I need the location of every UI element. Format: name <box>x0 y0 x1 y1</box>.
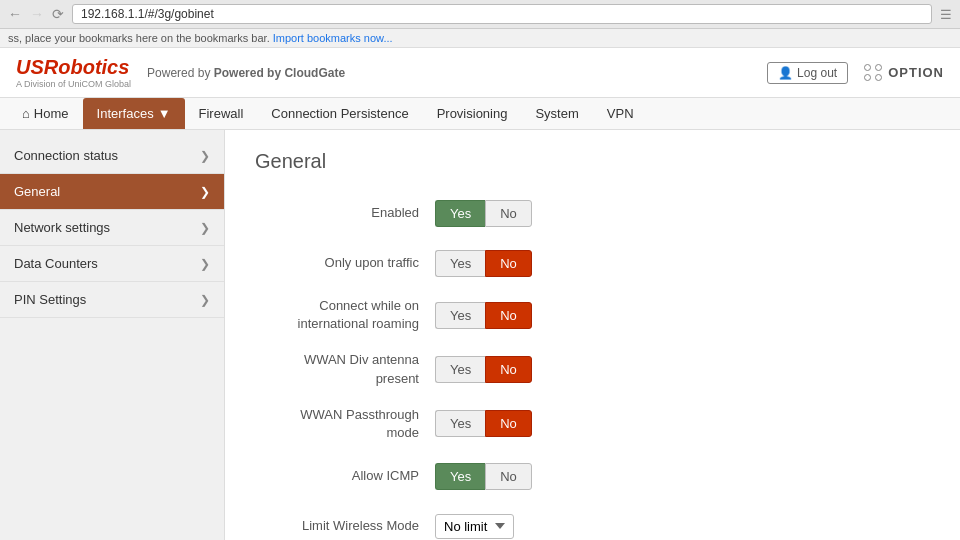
field-label-wwan-div-antenna: WWAN Div antennapresent <box>255 351 435 387</box>
btn-antenna-no[interactable]: No <box>485 356 532 383</box>
browser-url-bar[interactable]: 192.168.1.1/#/3g/gobinet <box>72 4 932 24</box>
btn-group-icmp: Yes No <box>435 463 532 490</box>
sidebar-item-connection-status[interactable]: Connection status ❯ <box>0 138 224 174</box>
field-limit-wireless-mode: Limit Wireless Mode No limit 2G only 3G … <box>255 510 930 540</box>
nav-system[interactable]: System <box>521 98 592 129</box>
browser-reload-icon[interactable]: ⟳ <box>52 6 64 22</box>
import-bookmarks-link[interactable]: Import bookmarks now... <box>273 32 393 44</box>
btn-group-wwan-antenna: Yes No <box>435 356 532 383</box>
logo-text: USRobotics <box>16 56 129 78</box>
btn-enabled-no[interactable]: No <box>485 200 532 227</box>
field-international-roaming: Connect while oninternational roaming Ye… <box>255 297 930 333</box>
option-label: OPTION <box>888 65 944 80</box>
home-icon: ⌂ <box>22 106 30 121</box>
sidebar-item-network-settings[interactable]: Network settings ❯ <box>0 210 224 246</box>
powered-by: Powered by Powered by CloudGate <box>147 66 345 80</box>
chevron-right-icon: ❯ <box>200 185 210 199</box>
option-dot-2 <box>875 64 882 71</box>
person-icon: 👤 <box>778 66 793 80</box>
browser-menu-icon[interactable]: ☰ <box>940 7 952 22</box>
chevron-right-icon: ❯ <box>200 149 210 163</box>
btn-passthrough-yes[interactable]: Yes <box>435 410 485 437</box>
field-allow-icmp: Allow ICMP Yes No <box>255 460 930 492</box>
header-right: 👤 Log out OPTION <box>767 62 944 84</box>
btn-icmp-yes[interactable]: Yes <box>435 463 485 490</box>
sidebar-item-label: General <box>14 184 60 199</box>
logo: USRobotics A Division of UniCOM Global <box>16 56 131 89</box>
btn-traffic-no[interactable]: No <box>485 250 532 277</box>
browser-forward-icon[interactable]: → <box>30 6 44 22</box>
browser-bar: ← → ⟳ 192.168.1.1/#/3g/gobinet ☰ <box>0 0 960 29</box>
option-area: OPTION <box>864 64 944 81</box>
field-wwan-div-antenna: WWAN Div antennapresent Yes No <box>255 351 930 387</box>
sidebar-item-general[interactable]: General ❯ <box>0 174 224 210</box>
chevron-right-icon: ❯ <box>200 221 210 235</box>
option-dot-1 <box>864 64 871 71</box>
btn-icmp-no[interactable]: No <box>485 463 532 490</box>
field-label-only-upon-traffic: Only upon traffic <box>255 254 435 272</box>
dropdown-arrow-icon: ▼ <box>158 106 171 121</box>
sidebar: Connection status ❯ General ❯ Network se… <box>0 130 225 540</box>
field-label-allow-icmp: Allow ICMP <box>255 467 435 485</box>
log-out-button[interactable]: 👤 Log out <box>767 62 848 84</box>
browser-back-icon[interactable]: ← <box>8 6 22 22</box>
field-label-international-roaming: Connect while oninternational roaming <box>255 297 435 333</box>
nav-firewall[interactable]: Firewall <box>185 98 258 129</box>
field-label-enabled: Enabled <box>255 204 435 222</box>
field-label-limit-wireless: Limit Wireless Mode <box>255 517 435 535</box>
option-dot-3 <box>864 74 871 81</box>
btn-group-roaming: Yes No <box>435 302 532 329</box>
main-layout: Connection status ❯ General ❯ Network se… <box>0 130 960 540</box>
nav-interfaces[interactable]: Interfaces ▼ <box>83 98 185 129</box>
page-title: General <box>255 150 930 173</box>
nav-bar: ⌂ Home Interfaces ▼ Firewall Connection … <box>0 98 960 130</box>
sidebar-item-label: PIN Settings <box>14 292 86 307</box>
chevron-right-icon: ❯ <box>200 293 210 307</box>
logo-area: USRobotics A Division of UniCOM Global P… <box>16 56 345 89</box>
sidebar-item-data-counters[interactable]: Data Counters ❯ <box>0 246 224 282</box>
sidebar-item-label: Network settings <box>14 220 110 235</box>
btn-enabled-yes[interactable]: Yes <box>435 200 485 227</box>
chevron-right-icon: ❯ <box>200 257 210 271</box>
app-header: USRobotics A Division of UniCOM Global P… <box>0 48 960 98</box>
sidebar-item-label: Data Counters <box>14 256 98 271</box>
btn-roaming-no[interactable]: No <box>485 302 532 329</box>
field-only-upon-traffic: Only upon traffic Yes No <box>255 247 930 279</box>
field-enabled: Enabled Yes No <box>255 197 930 229</box>
btn-roaming-yes[interactable]: Yes <box>435 302 485 329</box>
btn-passthrough-no[interactable]: No <box>485 410 532 437</box>
btn-group-only-upon-traffic: Yes No <box>435 250 532 277</box>
sidebar-item-label: Connection status <box>14 148 118 163</box>
field-wwan-passthrough: WWAN Passthroughmode Yes No <box>255 406 930 442</box>
btn-group-enabled: Yes No <box>435 200 532 227</box>
btn-antenna-yes[interactable]: Yes <box>435 356 485 383</box>
nav-provisioning[interactable]: Provisioning <box>423 98 522 129</box>
option-dot-4 <box>875 74 882 81</box>
main-content: General Enabled Yes No Only upon traffic… <box>225 130 960 540</box>
limit-wireless-select[interactable]: No limit 2G only 3G only 4G only <box>435 514 514 539</box>
btn-traffic-yes[interactable]: Yes <box>435 250 485 277</box>
logo-sub: A Division of UniCOM Global <box>16 79 131 89</box>
field-label-wwan-passthrough: WWAN Passthroughmode <box>255 406 435 442</box>
nav-connection-persistence[interactable]: Connection Persistence <box>257 98 422 129</box>
nav-home[interactable]: ⌂ Home <box>8 98 83 129</box>
sidebar-item-pin-settings[interactable]: PIN Settings ❯ <box>0 282 224 318</box>
nav-vpn[interactable]: VPN <box>593 98 648 129</box>
btn-group-passthrough: Yes No <box>435 410 532 437</box>
bookmark-bar: ss, place your bookmarks here on the boo… <box>0 29 960 48</box>
option-dots <box>864 64 882 81</box>
